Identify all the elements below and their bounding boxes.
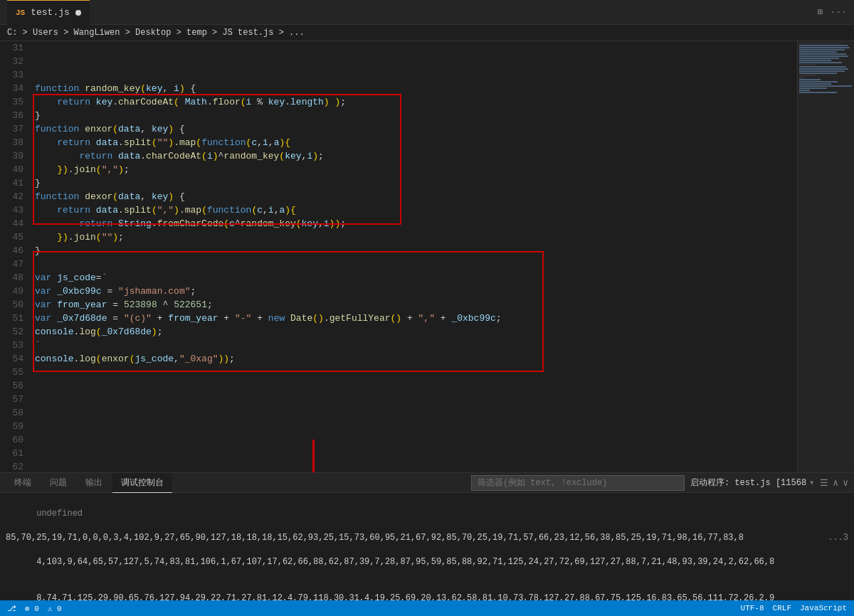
output-line-numbers-1: 85,70,25,19,71,0,0,0,3,4,102,9,27,65,90,… <box>6 532 848 544</box>
list-icon[interactable]: ☰ <box>820 477 828 489</box>
status-right: UTF-8 CRLF JavaScript <box>741 604 847 612</box>
more-actions-icon[interactable]: ··· <box>831 7 847 18</box>
code-line: 34 function random_key(key, i) { <box>0 82 797 95</box>
code-line: 31 <box>0 41 797 55</box>
panel-tabs: 终端 问题 输出 调试控制台 启动程序: test.js [11568 ▾ ☰ … <box>0 473 854 493</box>
code-line: 56 <box>0 379 797 393</box>
code-line: 47 <box>0 257 797 271</box>
code-line: 33 <box>0 68 797 82</box>
panel-tab-problems[interactable]: 问题 <box>41 473 75 493</box>
language-mode: JavaScript <box>800 604 847 612</box>
code-line: 55 <box>0 366 797 379</box>
minimap <box>797 41 854 472</box>
encoding: UTF-8 <box>741 604 764 612</box>
editor-area: 31 32 33 34 function random_key(key, i) … <box>0 41 854 472</box>
js-file-icon: JS <box>16 9 25 17</box>
chevron-up-icon[interactable]: ∧ <box>833 477 838 489</box>
code-line: 50 var from_year = 523898 ^ 522651; <box>0 298 797 312</box>
run-selector: 启动程序: test.js [11568 ▾ <box>690 477 814 489</box>
code-line: 45 }).join(""); <box>0 230 797 244</box>
code-line: 51 var _0x7d68de = "(c)" + from_year + "… <box>0 312 797 325</box>
code-line: 35 return key.charCodeAt( Math.floor(i %… <box>0 95 797 109</box>
file-tab[interactable]: JS test.js <box>7 0 90 25</box>
code-line: 46 } <box>0 244 797 257</box>
minimap-content <box>798 41 854 95</box>
code-line: 32 <box>0 55 797 68</box>
code-line: 57 <box>0 393 797 406</box>
line-ending: CRLF <box>773 604 791 612</box>
status-left: ⎇ ⊗ 0 ⚠ 0 <box>7 604 62 613</box>
chevron-down-icon[interactable]: ▾ <box>809 477 814 488</box>
code-line: 42 function dexor(data, key) { <box>0 190 797 203</box>
panel-tab-debug-console[interactable]: 调试控制台 <box>112 473 172 493</box>
title-right-icons: ⊞ ··· <box>818 6 847 18</box>
output-line-numbers-3: 8,74,71,125,29,90,65,76,127,94,29,22,71,… <box>6 580 848 600</box>
code-line: 43 return data.split(",").map(function(c… <box>0 203 797 217</box>
panel-output: undefined 85,70,25,19,71,0,0,0,3,4,102,9… <box>0 493 854 600</box>
filter-input[interactable] <box>471 475 685 491</box>
code-line: 59 <box>0 420 797 433</box>
code-line: 53 ` <box>0 339 797 352</box>
code-line: 54 console.log(enxor(js_code,"_0xag")); <box>0 352 797 366</box>
code-container: 31 32 33 34 function random_key(key, i) … <box>0 41 797 472</box>
code-line: 40 }).join(","); <box>0 163 797 176</box>
code-scroll[interactable]: 31 32 33 34 function random_key(key, i) … <box>0 41 797 472</box>
panel-tab-output[interactable]: 输出 <box>77 473 111 493</box>
code-line: 36 } <box>0 109 797 122</box>
code-line: 38 return data.split("").map(function(c,… <box>0 136 797 149</box>
code-line: 44 return String.fromCharCode(c^random_k… <box>0 217 797 230</box>
unsaved-indicator <box>75 10 81 16</box>
output-line-undefined: undefined <box>6 496 848 532</box>
code-line: 39 return data.charCodeAt(i)^random_key(… <box>0 149 797 163</box>
code-line: 41 } <box>0 176 797 190</box>
status-bar: ⎇ ⊗ 0 ⚠ 0 UTF-8 CRLF JavaScript <box>0 600 854 616</box>
code-line: 62 <box>0 460 797 472</box>
panel-tab-terminal[interactable]: 终端 <box>6 473 40 493</box>
split-editor-icon[interactable]: ⊞ <box>818 6 823 18</box>
bottom-panel: 终端 问题 输出 调试控制台 启动程序: test.js [11568 ▾ ☰ … <box>0 472 854 600</box>
code-line: 49 var _0xbc99c = "jshaman.com"; <box>0 285 797 298</box>
code-line: 48 var js_code=` <box>0 271 797 285</box>
git-icon: ⎇ <box>7 604 16 613</box>
code-line: 61 <box>0 447 797 460</box>
code-line: 60 <box>0 433 797 447</box>
code-line: 37 function enxor(data, key) { <box>0 122 797 136</box>
panel-icons: ☰ ∧ ∨ <box>820 477 848 489</box>
title-bar: JS test.js ⊞ ··· <box>0 0 854 25</box>
code-line: 52 console.log(_0x7d68de); <box>0 325 797 339</box>
code-lines: 31 32 33 34 function random_key(key, i) … <box>0 41 797 472</box>
breadcrumb: C: > Users > WangLiwen > Desktop > temp … <box>0 25 854 41</box>
error-count: ⊗ 0 <box>25 604 39 613</box>
tab-filename: test.js <box>31 7 70 18</box>
output-line-numbers-2: 4,103,9,64,65,57,127,5,74,83,81,106,1,67… <box>6 544 848 580</box>
code-line: 58 <box>0 406 797 420</box>
warning-count: ⚠ 0 <box>48 604 62 613</box>
chevron-down-icon2[interactable]: ∨ <box>843 477 848 489</box>
